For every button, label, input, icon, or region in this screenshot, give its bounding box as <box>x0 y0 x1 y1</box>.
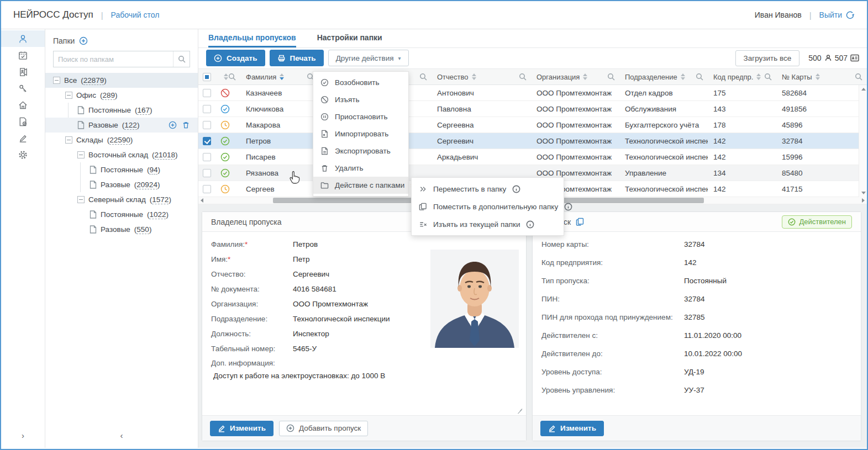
menu-item-delete[interactable]: Удалить <box>313 160 408 177</box>
tab-folder-settings[interactable]: Настройки папки <box>317 29 382 47</box>
sort-icon[interactable] <box>756 73 761 80</box>
tree-item-office-single[interactable]: Разовые (122) <box>45 118 198 133</box>
tree-item-east-warehouse[interactable]: Восточный склад (21018) <box>45 147 198 162</box>
column-header-code[interactable]: Код предпр. <box>708 73 776 81</box>
sidebar-item-pass-owners[interactable] <box>1 30 45 47</box>
extra-info-textarea[interactable]: Доступ к работе на электроустановках: до… <box>211 370 517 410</box>
tree-item-label: Разовые <box>88 121 118 129</box>
print-button[interactable]: Печать <box>270 50 324 66</box>
edit-pass-button[interactable]: Изменить <box>540 421 604 436</box>
tree-item-north-warehouse[interactable]: Северный склад (1572) <box>45 192 198 207</box>
sidebar-item-schedule[interactable] <box>1 47 45 63</box>
tree-item-all[interactable]: Все (22879) <box>45 73 198 88</box>
create-button[interactable]: Создать <box>206 50 265 66</box>
column-search-icon[interactable] <box>228 73 236 81</box>
column-search-icon[interactable] <box>764 73 772 81</box>
row-checkbox[interactable] <box>203 121 211 129</box>
column-header-family[interactable]: Фамилия <box>240 73 319 81</box>
more-actions-button[interactable]: Другие действия ▾ <box>328 50 409 66</box>
column-header-org[interactable]: Организация <box>531 73 619 81</box>
scroll-left-arrow[interactable] <box>201 198 203 203</box>
resize-handle-icon[interactable] <box>517 407 523 413</box>
row-checkbox[interactable] <box>203 153 211 161</box>
column-search-icon[interactable] <box>855 73 862 81</box>
load-all-button[interactable]: Загрузить все <box>735 50 800 66</box>
scroll-right-arrow[interactable] <box>862 198 865 203</box>
column-search-icon[interactable] <box>696 73 703 81</box>
menu-item-import[interactable]: Импортировать <box>313 125 408 142</box>
edit-owner-button[interactable]: Изменить <box>210 421 273 436</box>
sidebar-item-documents[interactable] <box>1 113 45 130</box>
scroll-down-arrow[interactable] <box>861 192 866 194</box>
add-folder-icon[interactable] <box>79 36 88 45</box>
table-row[interactable]: Ключикова Павловна ООО Промтехмонтаж Обс… <box>198 101 867 117</box>
tree-item-label: Восточный склад <box>88 151 148 159</box>
column-header-status[interactable] <box>215 73 240 81</box>
table-row[interactable]: Казначеев Антонович ООО Промтехмонтаж От… <box>198 85 867 101</box>
submenu-item-remove-from-folder[interactable]: Изъять из текущей папки <box>412 215 564 233</box>
add-pass-button[interactable]: Добавить пропуск <box>279 421 368 436</box>
vertical-scrollbar[interactable] <box>859 85 867 197</box>
folder-search <box>53 51 190 67</box>
row-checkbox[interactable] <box>203 137 211 145</box>
sidebar-item-settings[interactable] <box>1 146 45 163</box>
logout-button[interactable]: Выйти <box>819 10 855 20</box>
tree-collapse-button[interactable]: ‹ <box>45 431 198 440</box>
column-search-icon[interactable] <box>519 73 527 81</box>
collapse-icon[interactable] <box>77 151 85 158</box>
column-header-card[interactable]: № Карты <box>776 73 867 81</box>
sidebar-item-edit[interactable] <box>1 130 45 146</box>
tree-item-office-permanent[interactable]: Постоянные (167) <box>45 103 198 118</box>
sidebar-item-keys[interactable] <box>1 80 45 97</box>
table-row-selected[interactable]: Петров Сергеевич ООО Промтехмонтаж Техно… <box>198 133 867 149</box>
column-header-division[interactable]: Подразделение <box>619 73 708 81</box>
column-search-icon[interactable] <box>419 73 427 81</box>
submenu-item-move-to-folder[interactable]: Переместить в папку <box>412 180 564 198</box>
select-all-checkbox[interactable] <box>203 73 211 81</box>
sidebar-expand-button[interactable]: › <box>1 431 45 440</box>
sort-icon[interactable] <box>583 73 587 80</box>
row-checkbox[interactable] <box>203 169 211 177</box>
tree-item-east-single[interactable]: Разовые (20924) <box>45 177 198 192</box>
copy-icon[interactable] <box>576 218 584 226</box>
menu-item-export[interactable]: Экспортировать <box>313 142 408 160</box>
delete-folder-icon[interactable] <box>182 121 190 129</box>
submenu-item-add-to-extra-folder[interactable]: Поместить в дополнительную папку <box>412 198 564 215</box>
tree-item-north-permanent[interactable]: Постоянные (1022) <box>45 207 198 222</box>
scroll-up-arrow[interactable] <box>861 88 866 91</box>
column-header-patronymic[interactable]: Отчество <box>432 73 531 81</box>
sort-icon[interactable] <box>280 73 284 80</box>
sort-icon[interactable] <box>681 73 685 80</box>
table-row[interactable]: Макарова Сергеевна ООО Промтехмонтаж Бух… <box>198 117 867 133</box>
sort-icon[interactable] <box>816 73 820 80</box>
table-row[interactable]: Писарев Аркадьевич ООО Промтехмонтаж Тех… <box>198 149 867 165</box>
collapse-icon[interactable] <box>65 92 72 99</box>
collapse-icon[interactable] <box>77 196 85 203</box>
row-checkbox[interactable] <box>203 89 211 97</box>
row-checkbox[interactable] <box>203 105 211 113</box>
field-label: № документа: <box>211 284 293 294</box>
menu-item-folder-actions[interactable]: Действие с папками › <box>313 177 408 194</box>
sidebar-item-home[interactable] <box>1 97 45 113</box>
tree-item-warehouses[interactable]: Склады (22590) <box>45 133 198 147</box>
collapse-icon[interactable] <box>53 77 60 84</box>
nav-link-desktop[interactable]: Рабочий стол <box>111 10 160 19</box>
sidebar-item-pass-requests[interactable] <box>1 63 45 80</box>
collapse-icon[interactable] <box>65 136 72 144</box>
sort-icon[interactable] <box>472 73 476 80</box>
document-icon <box>77 106 85 114</box>
folder-search-button[interactable] <box>173 51 190 67</box>
column-search-icon[interactable] <box>607 73 615 81</box>
menu-item-withdraw[interactable]: Изъять <box>313 91 408 108</box>
tab-pass-owners[interactable]: Владельцы пропусков <box>208 29 296 47</box>
row-checkbox[interactable] <box>203 185 211 193</box>
menu-item-suspend[interactable]: Приостановить <box>313 108 408 125</box>
tree-item-office[interactable]: Офис (289) <box>45 88 198 103</box>
tree-item-east-permanent[interactable]: Постоянные (94) <box>45 162 198 177</box>
tree-item-north-single[interactable]: Разовые (550) <box>45 222 198 237</box>
header-separator: | <box>101 10 103 20</box>
add-to-folder-icon[interactable] <box>169 121 177 129</box>
menu-item-resume[interactable]: Возобновить <box>313 74 408 91</box>
folder-search-input[interactable] <box>54 55 173 63</box>
sort-icon[interactable] <box>224 73 228 80</box>
